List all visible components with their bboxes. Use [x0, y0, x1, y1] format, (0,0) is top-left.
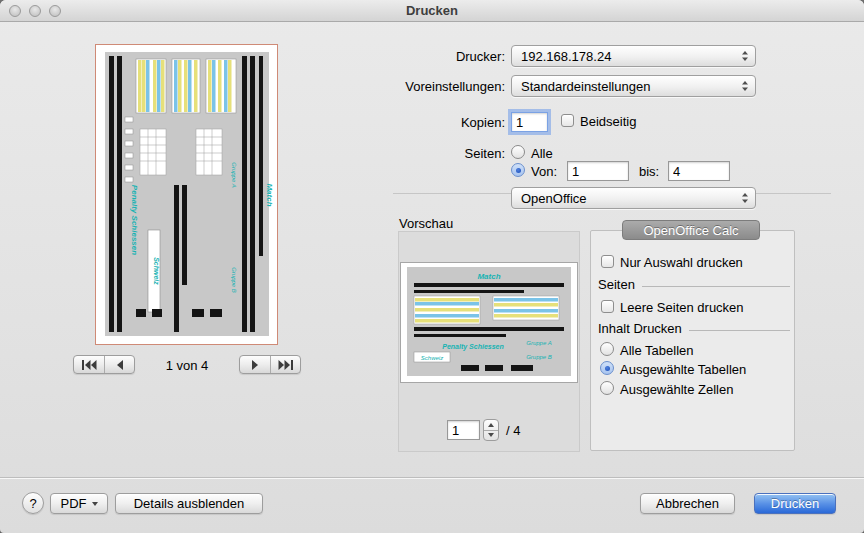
vorschau-text-match: Match [477, 272, 500, 281]
chevron-down-icon [92, 502, 98, 506]
preview-text-gruppe-a: Gruppe A [231, 162, 237, 187]
vorschau-text-schweiz: Schweiz [421, 355, 443, 361]
print-dialog-window: Drucken [0, 0, 864, 533]
print-button[interactable]: Drucken [754, 493, 836, 514]
section-rule [689, 330, 790, 331]
vorschau-preview-svg: Match Penalty Schiessen [401, 263, 577, 382]
pages-section-header: Seiten [598, 277, 790, 292]
all-tables-radio[interactable] [600, 342, 614, 356]
page-indicator: 1 von 4 [137, 358, 237, 373]
preview-text-gruppe-b: Gruppe B [231, 267, 237, 293]
pdf-menu-button[interactable]: PDF [50, 493, 108, 514]
footer-divider [0, 477, 864, 479]
vorschau-preview-image: Match Penalty Schiessen [400, 262, 578, 383]
pages-to-input[interactable] [668, 161, 730, 181]
all-tables-label: Alle Tabellen [620, 343, 693, 358]
nav-next-button[interactable] [240, 356, 270, 373]
nav-prev-button[interactable] [104, 356, 134, 373]
content-section-title: Inhalt Drucken [598, 321, 682, 336]
preview-nav-left-group [73, 355, 135, 374]
page-number-input[interactable] [447, 420, 480, 440]
preview-text-schweiz: Schweiz [153, 257, 160, 285]
selected-cells-radio[interactable] [600, 381, 614, 395]
content-section-header: Inhalt Drucken [598, 321, 790, 336]
pages-to-label: bis: [639, 164, 659, 179]
printer-select-value: 192.168.178.24 [521, 49, 611, 64]
pages-from-label: Von: [531, 164, 557, 179]
page-stepper-down[interactable] [484, 430, 498, 441]
stepper-down-icon [488, 433, 494, 437]
app-options-select[interactable]: OpenOffice [511, 187, 756, 209]
vorschau-text-gruppe-a: Gruppe A [526, 340, 551, 346]
stepper-up-icon [488, 423, 494, 427]
selected-tables-label: Ausgewählte Tabellen [620, 362, 746, 377]
copies-input[interactable] [511, 112, 548, 132]
print-selection-only-checkbox[interactable] [601, 255, 614, 268]
popup-arrows-icon [741, 80, 749, 95]
print-preview-image: Penalty Schiessen Schweiz Match Gruppe A… [96, 45, 277, 344]
preview-nav-right-group [239, 355, 301, 374]
previous-page-icon [116, 360, 124, 370]
calc-options-tab[interactable]: OpenOffice Calc [622, 220, 760, 240]
page-stepper-up[interactable] [484, 420, 498, 430]
cancel-button[interactable]: Abbrechen [640, 493, 735, 514]
preview-text-penalty: Penalty Schiessen [130, 185, 139, 255]
printer-label: Drucker: [280, 49, 505, 64]
pages-section-title: Seiten [598, 277, 635, 292]
print-empty-pages-label: Leere Seiten drucken [620, 300, 744, 315]
help-button[interactable]: ? [22, 492, 44, 514]
app-options-select-value: OpenOffice [521, 191, 587, 206]
print-preview-page: Penalty Schiessen Schweiz Match Gruppe A… [95, 44, 278, 345]
pages-from-input[interactable] [567, 161, 629, 181]
page-total-label: / 4 [506, 423, 520, 438]
popup-arrows-icon [741, 50, 749, 65]
cancel-button-label: Abbrechen [656, 496, 719, 511]
section-rule [642, 286, 790, 287]
skip-to-first-icon [81, 360, 97, 370]
popup-arrows-icon [741, 192, 749, 207]
nav-first-button[interactable] [74, 356, 104, 373]
vorschau-text-penalty: Penalty Schiessen [442, 343, 503, 351]
details-toggle-label: Details ausblenden [134, 496, 245, 511]
selected-cells-label: Ausgewählte Zellen [620, 382, 733, 397]
vorschau-text-gruppe-b: Gruppe B [526, 354, 552, 360]
duplex-checkbox[interactable] [561, 114, 574, 127]
skip-to-last-icon [278, 360, 294, 370]
nav-last-button[interactable] [270, 356, 300, 373]
next-page-icon [251, 360, 259, 370]
presets-select-value: Standardeinstellungen [521, 79, 650, 94]
pages-from-radio[interactable] [511, 163, 525, 177]
duplex-label: Beidseitig [580, 114, 636, 129]
preview-text-match: Match [265, 183, 274, 206]
details-toggle-button[interactable]: Details ausblenden [115, 493, 263, 514]
vorschau-label: Vorschau [399, 216, 453, 231]
copies-label: Kopien: [280, 115, 505, 130]
page-number-stepper [483, 419, 499, 441]
selected-tables-radio[interactable] [600, 361, 614, 375]
pdf-button-label: PDF [61, 496, 87, 511]
titlebar: Drucken [0, 0, 864, 22]
window-title: Drucken [0, 3, 864, 18]
printer-select[interactable]: 192.168.178.24 [511, 45, 756, 67]
pages-all-radio[interactable] [511, 145, 525, 159]
presets-select[interactable]: Standardeinstellungen [511, 75, 756, 97]
print-empty-pages-checkbox[interactable] [601, 300, 614, 313]
help-button-label: ? [29, 496, 36, 511]
presets-label: Voreinstellungen: [280, 79, 505, 94]
pages-all-label: Alle [531, 146, 553, 161]
print-selection-only-label: Nur Auswahl drucken [620, 255, 743, 270]
print-button-label: Drucken [771, 496, 819, 511]
pages-label: Seiten: [280, 146, 505, 161]
